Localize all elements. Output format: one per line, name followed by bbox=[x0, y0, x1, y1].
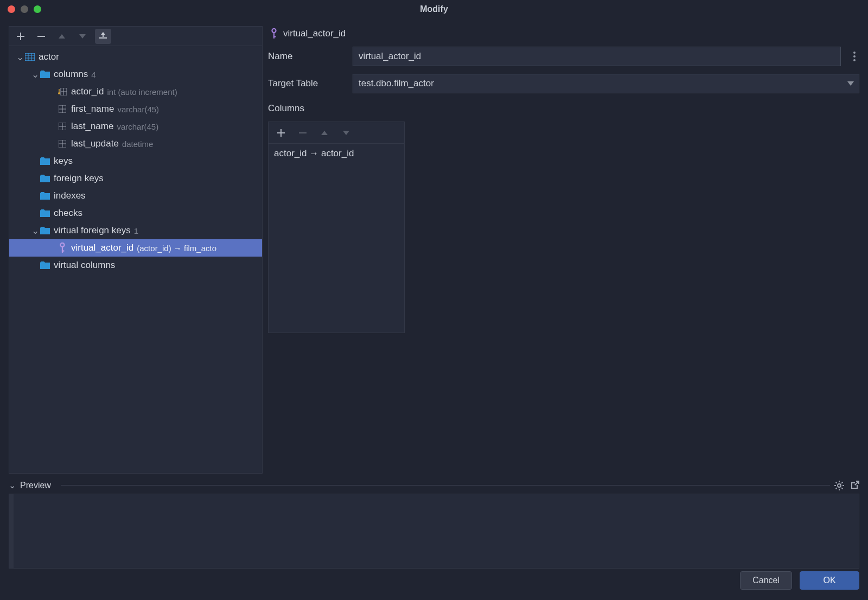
minimize-icon[interactable] bbox=[21, 5, 28, 13]
svg-line-36 bbox=[836, 488, 837, 489]
tree-root-actor[interactable]: ⌄ actor bbox=[9, 48, 262, 66]
preview-label: Preview bbox=[20, 481, 51, 490]
maximize-icon[interactable] bbox=[34, 5, 41, 13]
svg-point-29 bbox=[838, 484, 841, 487]
upper-area: ⌄ actor ⌄ columns 4 actor_id int (auto i… bbox=[9, 26, 859, 474]
detail-title: virtual_actor_id bbox=[283, 28, 346, 39]
svg-rect-1 bbox=[99, 37, 107, 39]
tree-col-last-update[interactable]: last_update datetime bbox=[9, 135, 262, 152]
tree-foreign-keys[interactable]: foreign keys bbox=[9, 170, 262, 187]
name-label: Name bbox=[268, 51, 344, 62]
svg-rect-0 bbox=[37, 36, 45, 37]
column-icon bbox=[57, 140, 68, 148]
chevron-down-icon: ⌄ bbox=[31, 225, 40, 237]
name-input[interactable] bbox=[353, 47, 841, 66]
svg-rect-23 bbox=[62, 247, 63, 253]
cancel-button[interactable]: Cancel bbox=[740, 571, 792, 590]
folder-icon bbox=[40, 175, 50, 182]
detail-header: virtual_actor_id bbox=[268, 28, 859, 39]
tree-panel: ⌄ actor ⌄ columns 4 actor_id int (auto i… bbox=[9, 26, 263, 474]
preview-header[interactable]: ⌄ Preview bbox=[9, 480, 859, 490]
separator bbox=[61, 485, 830, 486]
close-icon[interactable] bbox=[8, 5, 15, 13]
target-label: Target Table bbox=[268, 78, 344, 89]
svg-rect-28 bbox=[299, 132, 307, 133]
tree-col-actor-id[interactable]: actor_id int (auto increment) bbox=[9, 83, 262, 100]
body: ⌄ actor ⌄ columns 4 actor_id int (auto i… bbox=[0, 18, 868, 569]
column-icon bbox=[57, 105, 68, 113]
footer: Cancel OK bbox=[0, 569, 868, 600]
svg-point-22 bbox=[60, 243, 64, 247]
folder-icon bbox=[40, 261, 50, 269]
folder-icon bbox=[40, 157, 50, 165]
chevron-down-icon: ⌄ bbox=[16, 52, 24, 63]
tree-toolbar bbox=[9, 27, 262, 46]
remove-button bbox=[295, 125, 311, 141]
key-icon bbox=[270, 28, 278, 39]
pk-column-icon bbox=[57, 88, 68, 95]
remove-button[interactable] bbox=[33, 29, 49, 44]
svg-rect-26 bbox=[273, 33, 275, 39]
tree-body[interactable]: ⌄ actor ⌄ columns 4 actor_id int (auto i… bbox=[9, 46, 262, 473]
ok-button[interactable]: OK bbox=[800, 571, 859, 590]
table-icon bbox=[24, 53, 35, 61]
popout-icon[interactable] bbox=[850, 481, 859, 490]
svg-rect-3 bbox=[25, 53, 35, 61]
tree-vfk-item[interactable]: virtual_actor_id (actor_id) → film_acto bbox=[9, 239, 262, 257]
tree-checks[interactable]: checks bbox=[9, 205, 262, 222]
folder-icon bbox=[40, 227, 50, 234]
detail-panel: virtual_actor_id Name Target Table Colum… bbox=[268, 26, 859, 474]
columns-toolbar bbox=[269, 122, 404, 144]
move-up-button bbox=[316, 125, 333, 141]
key-icon bbox=[57, 242, 68, 253]
tree-columns-group[interactable]: ⌄ columns 4 bbox=[9, 66, 262, 83]
preview-section: ⌄ Preview bbox=[9, 480, 859, 569]
gear-icon[interactable] bbox=[834, 481, 844, 490]
svg-rect-24 bbox=[62, 250, 64, 251]
columns-label: Columns bbox=[268, 103, 859, 114]
column-icon bbox=[57, 123, 68, 130]
column-mapping-row[interactable]: actor_id → actor_id bbox=[274, 148, 399, 159]
move-down-button bbox=[338, 125, 354, 141]
target-row: Target Table bbox=[268, 74, 859, 93]
move-down-button bbox=[74, 29, 91, 44]
preview-editor[interactable] bbox=[9, 494, 859, 569]
columns-list[interactable]: actor_id → actor_id bbox=[269, 144, 404, 163]
tree-keys[interactable]: keys bbox=[9, 152, 262, 170]
svg-rect-2 bbox=[103, 34, 104, 37]
target-select[interactable] bbox=[353, 74, 859, 93]
add-button[interactable] bbox=[273, 125, 289, 141]
traffic-lights bbox=[8, 5, 41, 13]
tree-indexes[interactable]: indexes bbox=[9, 187, 262, 205]
svg-line-37 bbox=[841, 482, 843, 483]
svg-line-35 bbox=[841, 488, 843, 489]
add-button[interactable] bbox=[12, 29, 29, 44]
folder-icon bbox=[40, 209, 50, 217]
expand-button[interactable] bbox=[95, 29, 111, 44]
editor-gutter bbox=[9, 494, 14, 568]
chevron-down-icon bbox=[847, 81, 854, 86]
svg-rect-12 bbox=[59, 89, 59, 93]
chevron-down-icon: ⌄ bbox=[9, 480, 16, 490]
folder-icon bbox=[40, 192, 50, 200]
more-icon[interactable] bbox=[850, 52, 859, 61]
svg-line-34 bbox=[836, 482, 837, 483]
modify-dialog: Modify ⌄ actor bbox=[0, 0, 868, 600]
name-row: Name bbox=[268, 47, 859, 66]
chevron-down-icon: ⌄ bbox=[31, 69, 40, 80]
move-up-button bbox=[54, 29, 70, 44]
tree-vfk-group[interactable]: ⌄ virtual foreign keys 1 bbox=[9, 222, 262, 239]
window-title: Modify bbox=[420, 4, 448, 14]
columns-box: actor_id → actor_id bbox=[268, 122, 405, 333]
titlebar: Modify bbox=[0, 0, 868, 18]
svg-point-25 bbox=[272, 29, 276, 33]
svg-rect-27 bbox=[273, 36, 276, 37]
tree-col-first-name[interactable]: first_name varchar(45) bbox=[9, 100, 262, 118]
folder-icon bbox=[40, 71, 50, 78]
tree-virtual-columns[interactable]: virtual columns bbox=[9, 257, 262, 274]
tree-col-last-name[interactable]: last_name varchar(45) bbox=[9, 118, 262, 135]
